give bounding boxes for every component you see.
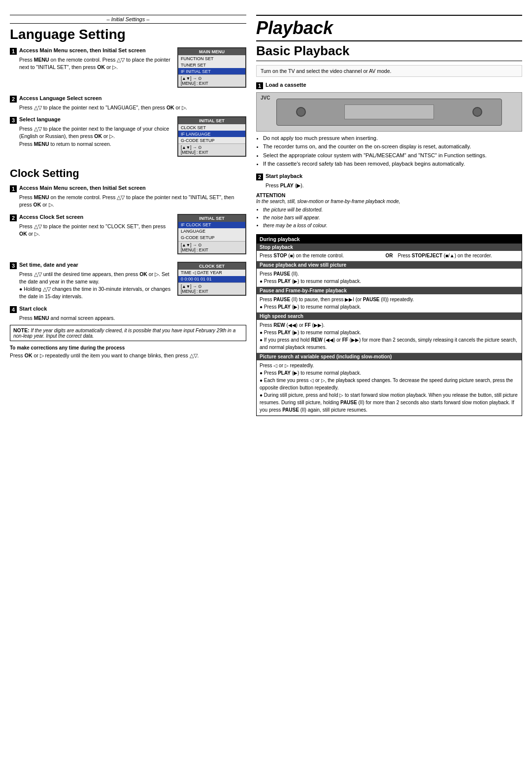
cassette-note-2: The recorder turns on, and the counter o… [263,143,522,150]
pt-pause-body: Press PAUSE (II). ● Press PLAY (▶) to re… [257,269,522,287]
top-divider [256,15,522,16]
pt-varspeed-header: Picture search at variable speed (includ… [257,353,522,360]
cassette-inner [276,99,501,126]
initial-set-footer: [▲▼] → ⊙[MENU] : EXIT [178,143,245,156]
pt-fbf-body: Press PAUSE (II) to pause, then press ▶▶… [257,294,522,313]
page: – Initial Settings – Language Setting MA… [0,0,532,769]
note-box: NOTE: If the year digits are automatical… [10,325,246,341]
cassette-note-3: Select the appropriate colour system wit… [263,152,522,159]
pt-main-header: During playback [257,235,522,244]
clock-step2-title: Access Clock Set screen [19,214,83,220]
subtitle-divider [256,40,522,41]
main-menu-title: MAIN MENU [178,48,245,55]
clock-time-values: 0 0:00 01 01 01 [178,276,245,282]
menu-item-function: FUNCTION SET [178,55,245,62]
right-step2-header: 2 Start playback [256,173,522,180]
note-label: NOTE: [13,327,30,333]
attention-bullet-1: the picture will be distorted. [263,207,522,213]
initial-set-menu2-box: INITIAL SET IF CLOCK SET LANGUAGE G-CODE… [177,214,246,254]
clock-step1-body: Press MENU on the remote control. Press … [19,194,246,209]
initial-gcode: G-CODE SETUP [178,137,245,143]
right-step2-title: Start playback [266,173,302,179]
clock-step4-num: 4 [10,306,17,313]
initial-set-menu-title: INITIAL SET [178,117,245,124]
left-column: – Initial Settings – Language Setting MA… [10,15,246,754]
cassette-note-1: Do not apply too much pressure when inse… [263,135,522,142]
initial-clock: CLOCK SET [178,124,245,131]
attention-box: ATTENTION In the search, still, slow-mot… [256,192,522,230]
right-column: Playback Basic Playback Turn on the TV a… [256,15,522,754]
initial-language2: LANGUAGE [178,228,245,235]
lang-step2-num: 2 [10,96,17,103]
initial-set-menu-box: INITIAL SET CLOCK SET IF LANGUAGE G-CODE… [177,116,246,157]
attention-bullet-3: there may be a loss of colour. [263,222,522,229]
pt-varspeed-body: Press ◁ or ▷ repeatedly. ● Press PLAY (▶… [257,360,522,416]
main-menu-footer: [▲▼] → ⊙[MENU] : EXIT [178,74,245,87]
pt-stop-header: Stop playback [257,244,522,251]
pt-stop-row: Press STOP (■) on the remote control. OR… [257,251,522,261]
initial-set-menu2-title: INITIAL SET [178,215,245,222]
clock-step4-title: Start clock [19,306,47,312]
right-step1-num: 1 [256,82,263,89]
right-step2-body: Press PLAY (▶). [266,182,522,189]
cassette-note-4: If the cassette's record safety tab has … [263,160,522,168]
chapter-title: Playback [256,18,522,38]
main-menu-box: MAIN MENU FUNCTION SET TUNER SET IF INIT… [177,47,246,88]
clock-step1-header: 1 Access Main Menu screen, then Initial … [10,185,246,192]
lang-step1-container: MAIN MENU FUNCTION SET TUNER SET IF INIT… [10,47,246,90]
pt-highspeed-header: High speed search [257,313,522,320]
language-setting-title: Language Setting [10,27,246,42]
clock-setting-title: Clock Setting [10,167,246,180]
attention-label: ATTENTION [256,192,522,198]
right-step2-num: 2 [256,174,263,180]
lang-step3-title: Select language [19,116,61,122]
pt-stop-right: Press STOP/EJECT (■/▲) on the recorder. [398,252,519,259]
corrections-heading: To make corrections any time during the … [10,345,246,350]
lang-step3-container: INITIAL SET CLOCK SET IF LANGUAGE G-CODE… [10,116,246,159]
cassette-label [344,105,434,119]
clock-step1-num: 1 [10,185,17,192]
basic-playback-title: Basic Playback [256,43,522,61]
clock-set-footer: [▲▼] → ⊙[MENU] : EXIT [178,282,245,295]
playback-table: During playback Stop playback Press STOP… [256,234,522,416]
clock-step4-body: Press MENU and normal screen appears. [19,315,246,322]
attention-intro: In the search, still, slow-motion or fra… [256,198,522,206]
initial-clock2: IF CLOCK SET [178,222,245,228]
pt-highspeed-body: Press REW (◀◀) or FF (▶▶). ● Press PLAY … [257,320,522,353]
cassette-image: JVC [256,92,522,132]
initial-language: IF LANGUAGE [178,131,245,137]
menu-item-tuner: TUNER SET [178,62,245,68]
pt-stop-left: Press STOP (■) on the remote control. [260,252,381,259]
clock-step1-title: Access Main Menu screen, then Initial Se… [19,185,146,191]
lang-step2-title: Access Language Select screen [19,95,102,101]
pt-fbf-header: Pause and Frame-by-Frame playback [257,287,522,294]
note-text: If the year digits are automatically cle… [13,328,235,339]
menu-item-initial: IF INITIAL SET [178,68,245,74]
jvc-label: JVC [261,95,270,101]
clock-step2-container: INITIAL SET IF CLOCK SET LANGUAGE G-CODE… [10,214,246,257]
clock-set-menu-box: CLOCK SET TIME ◁ DATE YEAR 0 0:00 01 01 … [177,262,246,296]
clock-step4-header: 4 Start clock [10,306,246,313]
corrections-body: Press OK or ▷ repeatedly until the item … [10,352,246,359]
lang-step3-num: 3 [10,117,17,124]
cassette-notes: Do not apply too much pressure when inse… [256,135,522,168]
clock-time-header: TIME ◁ DATE YEAR [178,270,245,276]
clock-set-menu-title: CLOCK SET [178,263,245,270]
section-tag: – Initial Settings – [10,15,246,24]
clock-step3-num: 3 [10,262,17,269]
clock-step3-header: 3 Set time, date and year [10,262,173,269]
initial-gcode2: G-CODE SETUP [178,235,245,241]
clock-step2-num: 2 [10,214,17,221]
cassette-reel-left [296,107,306,117]
attention-bullet-2: the noise bars will appear. [263,214,522,221]
initial-set2-footer: [▲▼] → ⊙[MENU] : EXIT [178,241,245,253]
lang-step2-body: Press △▽ to place the pointer next to "L… [19,104,246,111]
right-step1-title: Load a cassette [266,82,306,88]
pt-or: OR [386,252,393,259]
pt-pause-header: Pause playback and view still picture [257,261,522,269]
lang-step2-header: 2 Access Language Select screen [10,95,246,103]
right-step1-header: 1 Load a cassette [256,82,522,89]
clock-step3-container: CLOCK SET TIME ◁ DATE YEAR 0 0:00 01 01 … [10,262,246,301]
corrections-section: To make corrections any time during the … [10,345,246,359]
clock-step2-header: 2 Access Clock Set screen [10,214,173,221]
